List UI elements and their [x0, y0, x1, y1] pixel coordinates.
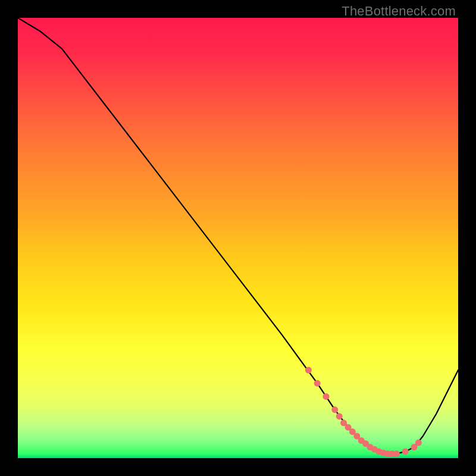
highlight-point: [375, 448, 382, 455]
highlight-point: [362, 440, 369, 447]
curve-layer: [18, 18, 458, 458]
watermark-text: TheBottleneck.com: [342, 4, 456, 19]
highlight-point: [411, 444, 418, 450]
highlight-point: [384, 450, 391, 457]
highlight-point: [349, 428, 356, 435]
highlight-point: [367, 444, 374, 450]
highlight-point: [331, 406, 338, 413]
chart-container: TheBottleneck.com: [0, 0, 476, 476]
bottleneck-curve: [18, 18, 458, 454]
highlight-points: [305, 367, 422, 458]
highlight-point: [358, 437, 365, 444]
highlight-point: [415, 440, 422, 446]
highlight-point: [336, 413, 343, 419]
highlight-point: [345, 424, 352, 431]
highlight-point: [389, 450, 396, 457]
highlight-point: [305, 367, 312, 374]
highlight-point: [393, 450, 400, 457]
highlight-point: [353, 433, 360, 440]
highlight-point: [314, 380, 321, 387]
highlight-point: [402, 448, 409, 455]
highlight-point: [371, 446, 378, 453]
highlight-point: [340, 419, 347, 426]
highlight-point: [323, 393, 330, 400]
highlight-point: [380, 450, 387, 456]
plot-area: [18, 18, 458, 458]
